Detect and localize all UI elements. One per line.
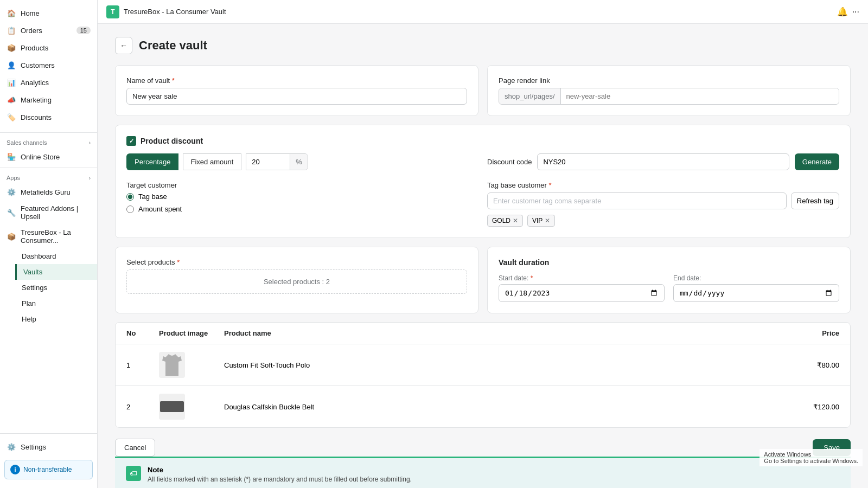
sidebar-item-analytics[interactable]: 📊 Analytics (0, 74, 97, 91)
target-customer-col: Target customer Tag base Amount spent (126, 181, 478, 227)
non-transferable-badge: i Non-transferable (4, 460, 93, 479)
home-icon: 🏠 (7, 8, 16, 18)
generate-button[interactable]: Generate (795, 153, 839, 170)
amount-spent-option[interactable]: Amount spent (126, 205, 478, 213)
tag-gold-close[interactable]: ✕ (513, 217, 518, 224)
start-date-input[interactable] (499, 284, 665, 302)
featured-addons-icon: 🔧 (7, 208, 16, 217)
notification-bell[interactable]: 🔔 (837, 7, 848, 17)
page-render-input-wrap: shop_url/pages/ (499, 88, 839, 105)
refresh-tag-button[interactable]: Refresh tag (791, 192, 839, 209)
product-img-1 (159, 352, 185, 378)
action-row: Cancel Save (115, 439, 851, 457)
amount-input[interactable] (246, 154, 290, 170)
end-date-field: End date: (673, 274, 839, 302)
table-header: No Product image Product name Price (116, 323, 850, 344)
products-icon: 📦 (7, 43, 16, 53)
customers-icon: 👤 (7, 60, 16, 70)
cancel-button[interactable]: Cancel (115, 439, 155, 457)
online-store-icon: 🏪 (7, 152, 16, 162)
sidebar-item-home[interactable]: 🏠 Home (0, 4, 97, 22)
sidebar-item-dashboard[interactable]: Dashboard (15, 248, 97, 264)
tag-base-option[interactable]: Tag base (126, 192, 478, 201)
sidebar-item-tresurebox[interactable]: 📦 TresureBox - La Consumer... (0, 224, 97, 248)
tag-input[interactable] (487, 192, 787, 209)
customer-row: Target customer Tag base Amount spent (126, 181, 839, 227)
belt-shape (160, 401, 184, 412)
sidebar-item-orders[interactable]: 📋 Orders 15 (0, 22, 97, 39)
target-customer-label: Target customer (126, 181, 478, 189)
sales-channels-section: Sales channels › (0, 135, 97, 148)
discount-type-row: Percentage Fixed amount % (126, 153, 478, 170)
vault-name-input[interactable] (126, 88, 467, 105)
vault-duration-card: Vault duration Start date: * End date: (487, 247, 851, 313)
app-icon: T (106, 5, 119, 18)
more-options-icon[interactable]: ··· (852, 7, 859, 17)
row1-no: 1 (126, 361, 159, 369)
back-button[interactable]: ← (115, 37, 132, 54)
amount-spent-radio[interactable] (126, 206, 134, 213)
amount-suffix: % (290, 154, 308, 170)
product-discount-card: ✓ Product discount Percentage Fixed amou… (115, 125, 851, 238)
settings-icon: ⚙️ (7, 442, 16, 452)
vault-name-card: Name of vault * (115, 65, 478, 116)
orders-badge: 15 (76, 27, 91, 34)
tag-base-radio[interactable] (126, 193, 134, 201)
sidebar-item-featured-addons[interactable]: 🔧 Featured Addons | Upsell (0, 201, 97, 224)
check-icon: ✓ (126, 136, 136, 146)
apps-section: Apps › (0, 170, 97, 183)
sidebar-item-settings[interactable]: ⚙️ Settings (0, 438, 97, 455)
metafields-icon: ⚙️ (7, 187, 16, 197)
sidebar-item-metafields[interactable]: ⚙️ Metafields Guru (0, 183, 97, 201)
page-title: Create vault (139, 38, 207, 53)
row2-no: 2 (126, 403, 159, 411)
sidebar-item-online-store[interactable]: 🏪 Online Store (0, 148, 97, 165)
products-duration-row: Select products * Selected products : 2 … (115, 247, 851, 313)
col-no-header: No (126, 329, 159, 337)
sidebar-item-products[interactable]: 📦 Products (0, 39, 97, 56)
discount-code-row: Discount code Generate (487, 153, 839, 170)
product-img-2 (159, 394, 185, 420)
analytics-icon: 📊 (7, 78, 16, 87)
topbar: T TresureBox - La Consumer Vault 🔔 ··· (98, 0, 868, 24)
sidebar-item-settings-sub[interactable]: Settings (15, 280, 97, 296)
page-content: ← Create vault Name of vault * Page rend… (98, 24, 868, 488)
sidebar-item-help[interactable]: Help (15, 311, 97, 327)
page-render-card: Page render link shop_url/pages/ (487, 65, 851, 116)
row1-name: Custom Fit Soft-Touch Polo (224, 361, 785, 369)
percentage-tab[interactable]: Percentage (126, 153, 178, 170)
tag-base-customer-label: Tag base customer * (487, 181, 839, 189)
sidebar-item-customers[interactable]: 👤 Customers (0, 56, 97, 74)
sidebar-item-discounts[interactable]: 🏷️ Discounts (0, 108, 97, 126)
sidebar: 🏠 Home 📋 Orders 15 📦 Products 👤 Customer… (0, 0, 98, 488)
info-icon: i (10, 465, 20, 474)
start-date-label: Start date: * (499, 274, 665, 282)
target-customer-options: Tag base Amount spent (126, 192, 478, 213)
vault-duration-title: Vault duration (499, 258, 839, 267)
fixed-amount-tab[interactable]: Fixed amount (183, 153, 242, 170)
end-date-input[interactable] (673, 284, 839, 302)
tag-base-customer-col: Tag base customer * Refresh tag GOLD ✕ V… (487, 181, 839, 227)
col-name-header: Product name (224, 329, 785, 337)
tag-vip-close[interactable]: ✕ (545, 217, 550, 224)
page-render-input[interactable] (561, 88, 839, 104)
selected-products-box[interactable]: Selected products : 2 (126, 269, 467, 294)
end-date-label: End date: (673, 274, 839, 282)
start-date-field: Start date: * (499, 274, 665, 302)
discount-type-col: Percentage Fixed amount % (126, 153, 478, 170)
main-content: T TresureBox - La Consumer Vault 🔔 ··· ←… (98, 0, 868, 488)
discount-code-col: Discount code Generate (487, 153, 839, 170)
row1-img (159, 352, 224, 378)
name-row: Name of vault * Page render link shop_ur… (115, 65, 851, 116)
sidebar-item-marketing[interactable]: 📣 Marketing (0, 91, 97, 108)
sidebar-item-vaults[interactable]: Vaults (15, 264, 97, 280)
apps-arrow: › (89, 175, 91, 181)
select-products-card: Select products * Selected products : 2 (115, 247, 478, 313)
tag-input-row: Refresh tag (487, 192, 839, 209)
tag-gold: GOLD ✕ (487, 215, 523, 227)
vault-name-label: Name of vault * (126, 76, 467, 85)
sidebar-item-plan[interactable]: Plan (15, 296, 97, 311)
products-table: No Product image Product name Price 1 Cu… (115, 322, 851, 428)
topbar-title: TresureBox - La Consumer Vault (124, 8, 226, 16)
discount-code-input[interactable] (537, 153, 789, 170)
